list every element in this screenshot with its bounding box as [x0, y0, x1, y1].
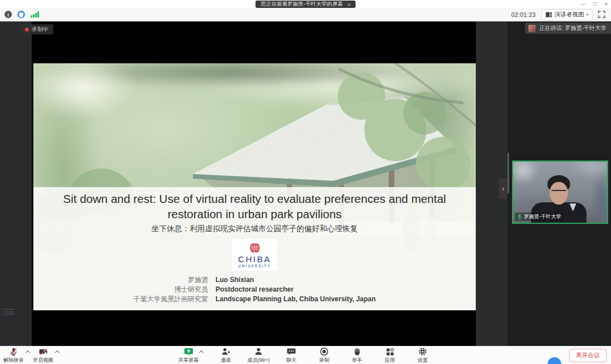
- view-mode-label: 演讲者视图: [554, 11, 584, 19]
- settings-label: 设置: [418, 357, 428, 364]
- raise-hand-label: 举手: [352, 357, 362, 364]
- logo-subname: UNIVERSITY: [238, 264, 271, 268]
- annotation-list-icon[interactable]: [2, 309, 15, 315]
- mic-active-icon: [517, 214, 522, 220]
- speaker-avatar: [528, 25, 536, 32]
- meeting-window: 您正在观看罗施贤-千叶大学的屏幕 ≡ — □ × i 02:01:23 演讲者视…: [0, 0, 611, 364]
- slide-subtitle-zh: 坐下休息：利用虚拟现实评估城市公园亭子的偏好和心理恢复: [152, 224, 358, 234]
- participant-video-tile[interactable]: 罗施贤-千叶大学: [512, 161, 608, 224]
- sidebar-scrollbar[interactable]: [507, 153, 509, 193]
- record-button[interactable]: 录制: [313, 346, 335, 364]
- watching-notice-pill[interactable]: 您正在观看罗施贤-千叶大学的屏幕 ≡: [256, 1, 356, 8]
- settings-button[interactable]: 设置: [411, 346, 434, 364]
- apps-button[interactable]: 应用: [378, 346, 401, 364]
- toolbar-center-group: 共享屏幕 邀请: [0, 346, 611, 364]
- members-icon: [254, 347, 263, 356]
- watching-notice-text: 您正在观看罗施贤-千叶大学的屏幕: [261, 1, 343, 8]
- chiba-university-logo: CHIBA UNIVERSITY: [232, 239, 277, 271]
- titlebar: 您正在观看罗施贤-千叶大学的屏幕 ≡ — □ ×: [0, 0, 611, 8]
- view-mode-button[interactable]: 演讲者视图 ▾: [541, 9, 592, 20]
- main-area: Sit down and rest: Use of virtual realit…: [0, 21, 611, 346]
- logo-name: CHIBA: [238, 254, 271, 264]
- members-label: 成员(99+): [247, 357, 269, 364]
- share-screen-button[interactable]: 共享屏幕: [177, 346, 200, 364]
- toolbar-right-group: 离开会议: [569, 346, 606, 364]
- shared-screen: Sit down and rest: Use of virtual realit…: [32, 21, 476, 346]
- presentation-slide: Sit down and rest: Use of virtual realit…: [33, 63, 476, 310]
- raise-hand-button[interactable]: 举手: [346, 346, 368, 364]
- topbar-right: 02:01:23 演讲者视图 ▾: [511, 9, 611, 20]
- invite-label: 邀请: [221, 357, 231, 364]
- chat-icon: [287, 347, 296, 356]
- recording-indicator: 录制中: [20, 24, 53, 34]
- network-signal-icon[interactable]: [31, 11, 39, 18]
- leave-meeting-button[interactable]: 离开会议: [569, 349, 606, 362]
- apps-label: 应用: [385, 357, 395, 364]
- presenter-zh-column: 罗施贤 博士研究员 千葉大学風景計画研究室: [134, 275, 208, 304]
- record-label: 录制: [319, 357, 329, 364]
- share-options-chevron-icon[interactable]: [199, 350, 204, 355]
- meeting-info-icon[interactable]: i: [5, 11, 12, 18]
- chevron-down-icon: ▾: [586, 12, 588, 17]
- topbar-left: i: [0, 11, 39, 18]
- globe-icon: [249, 242, 261, 254]
- chat-button[interactable]: 聊天: [280, 346, 303, 364]
- sidebar-collapse-button[interactable]: ›: [499, 179, 507, 199]
- recording-dot-icon: [25, 28, 29, 32]
- screen-share-stage: Sit down and rest: Use of virtual realit…: [0, 21, 507, 346]
- person-glasses: [552, 190, 566, 193]
- maximize-button[interactable]: □: [593, 0, 596, 8]
- participant-name-label: 罗施贤-千叶大学: [515, 213, 563, 221]
- window-controls: — □ ×: [580, 0, 608, 8]
- presenter-role-en: Postdoctoral researcher: [216, 285, 376, 294]
- layout-icon: [545, 11, 552, 18]
- minimize-button[interactable]: —: [580, 0, 586, 8]
- settings-gear-icon: [418, 347, 427, 356]
- now-speaking-banner: 正在讲话: 罗施贤-千叶大学: [525, 23, 611, 34]
- participant-name-text: 罗施贤-千叶大学: [524, 213, 561, 220]
- close-button[interactable]: ×: [605, 0, 608, 8]
- meeting-topbar: i 02:01:23 演讲者视图 ▾: [0, 8, 611, 21]
- slide-caption-panel: Sit down and rest: Use of virtual realit…: [33, 187, 476, 310]
- slide-title: Sit down and rest: Use of virtual realit…: [58, 191, 451, 222]
- presenter-name-zh: 罗施贤: [134, 275, 208, 285]
- notice-menu-icon[interactable]: ≡: [347, 2, 350, 7]
- invite-button[interactable]: 邀请: [214, 346, 237, 364]
- apps-icon: [386, 347, 394, 356]
- presenter-block: 罗施贤 博士研究员 千葉大学風景計画研究室 Luo Shixian Postdo…: [134, 275, 376, 304]
- chat-label: 聊天: [286, 357, 296, 364]
- security-shield-icon[interactable]: [18, 11, 25, 18]
- meeting-timer: 02:01:23: [511, 11, 536, 18]
- presenter-lab-zh: 千葉大学風景計画研究室: [134, 294, 208, 304]
- presenter-en-column: Luo Shixian Postdoctoral researcher Land…: [216, 275, 376, 304]
- share-screen-icon: [184, 347, 193, 356]
- share-screen-label: 共享屏幕: [178, 357, 199, 364]
- bottom-toolbar: 解除静音 开启视频: [0, 346, 611, 364]
- recording-label: 录制中: [32, 25, 49, 33]
- record-icon: [320, 347, 329, 356]
- presenter-name-en: Luo Shixian: [216, 275, 376, 285]
- fullscreen-icon[interactable]: [598, 11, 605, 18]
- presenter-role-zh: 博士研究员: [134, 285, 208, 294]
- now-speaking-label: 正在讲话: 罗施贤-千叶大学: [539, 24, 606, 32]
- participants-sidebar: 正在讲话: 罗施贤-千叶大学: [507, 21, 611, 346]
- person-face: [550, 182, 568, 205]
- presenter-lab-en: Landscape Planning Lab, Chiba University…: [216, 294, 376, 304]
- members-button[interactable]: 成员(99+): [247, 346, 270, 364]
- raise-hand-icon: [353, 347, 362, 356]
- invite-icon: [221, 347, 230, 356]
